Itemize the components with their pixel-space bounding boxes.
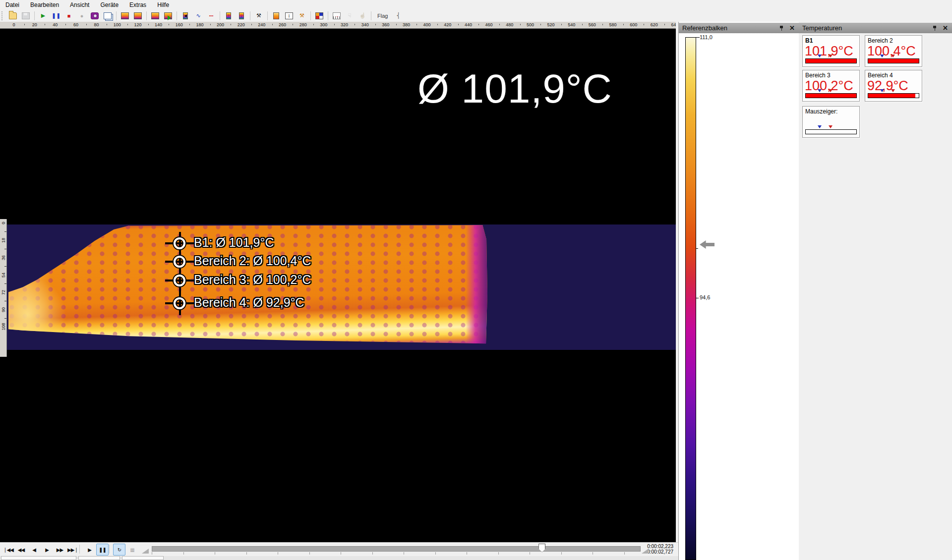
timeline-slider[interactable] (152, 546, 641, 552)
ruler-horizontal: 0204060801001201401601802002202402602803… (7, 22, 676, 29)
toolbar-grip[interactable] (1, 11, 5, 20)
profile-curves-icon[interactable]: ∿ (192, 10, 204, 21)
ruler-label: 90 (1, 307, 6, 313)
slider-tick (498, 552, 499, 555)
toolbar-separator (371, 11, 371, 20)
close-icon[interactable]: ✕ (789, 25, 795, 31)
toolbar-separator (146, 11, 147, 20)
low-alarm-marker-icon[interactable] (818, 55, 822, 59)
ruler-label: 100 (114, 22, 121, 27)
thermal-image-settings-icon[interactable] (119, 10, 131, 21)
ruler-minor-tick (189, 24, 190, 25)
play-icon[interactable]: ▶ (37, 10, 49, 21)
high-alarm-marker-icon[interactable] (891, 89, 895, 94)
ruler-minor-tick (458, 24, 459, 25)
low-alarm-marker-icon[interactable] (818, 125, 822, 130)
status-segment (78, 556, 120, 560)
temperature-bar-fill (868, 59, 919, 63)
ruler-label: 108 (1, 324, 6, 331)
measure-area-marker[interactable] (174, 297, 185, 309)
temperature-cell-bereich4[interactable]: Bereich 492,9°C (865, 70, 922, 102)
record-icon[interactable]: ● (76, 10, 88, 21)
measure-area-marker[interactable] (174, 237, 185, 249)
reference-color-scale[interactable] (685, 37, 696, 560)
thermal-image-copy-icon[interactable] (132, 10, 144, 21)
ruler-label: 580 (609, 22, 617, 27)
menu-item-geräte[interactable]: Geräte (95, 1, 124, 9)
ruler-label: 360 (382, 22, 389, 27)
device-setup-tools-icon[interactable]: ⚒ (253, 10, 265, 21)
menu-item-extras[interactable]: Extras (124, 1, 152, 9)
temperature-cell-bereich3[interactable]: Bereich 3100,2°C (802, 70, 860, 102)
slider-tick (435, 552, 436, 555)
loop-button[interactable]: ↻ (113, 544, 125, 556)
high-alarm-marker-icon[interactable] (829, 125, 833, 130)
menu-item-bearbeiten[interactable]: Bearbeiten (25, 1, 64, 9)
temperature-cell-bereich2[interactable]: Bereich 2100,4°C (865, 35, 922, 67)
low-alarm-marker-icon[interactable] (818, 89, 822, 94)
thermal-scan-band (7, 224, 676, 350)
measure-area-marker[interactable] (174, 275, 185, 286)
pin-icon[interactable] (932, 25, 938, 31)
isotherm-dots-icon[interactable]: ••• (205, 10, 217, 21)
ruler-label: 72 (1, 289, 6, 296)
palette-down-icon[interactable]: ↓ (236, 10, 247, 21)
measure-area-marker[interactable] (174, 256, 185, 268)
slider-tick (467, 552, 467, 555)
thermal-image-red-icon[interactable] (149, 10, 161, 21)
temperature-gradient-icon[interactable] (270, 10, 282, 21)
ruler-label: 160 (176, 22, 183, 27)
high-alarm-marker-icon[interactable] (891, 55, 895, 59)
ruler-minor-tick (251, 24, 252, 25)
pin-icon[interactable] (779, 25, 784, 31)
quad-view-icon[interactable] (313, 10, 325, 21)
temperature-cell-b1[interactable]: B1101,9°C (802, 35, 860, 67)
pause-button[interactable]: ❚❚ (96, 544, 109, 556)
thermal-image-canvas[interactable]: 01836547290108 Ø 101,9°C B1: Ø 101,9°CBe… (0, 29, 676, 542)
palette-up-icon[interactable]: ↑ (223, 10, 235, 21)
referenzbalken-title-bar[interactable]: Referenzbalken ✕ (679, 23, 799, 33)
slider-tick (530, 552, 530, 555)
ruler-label: 60 (73, 22, 78, 27)
go-first-button[interactable]: ❘◀◀ (2, 544, 14, 556)
step-forward-button[interactable]: ▶ (41, 544, 53, 556)
low-alarm-marker-icon[interactable] (880, 55, 884, 59)
hand-raise-icon: ☝ (357, 10, 368, 21)
low-alarm-marker-icon[interactable] (880, 89, 884, 94)
rewind-button[interactable]: ◀◀ (15, 544, 27, 556)
ruler-label: 20 (32, 22, 37, 27)
high-alarm-marker-icon[interactable] (829, 89, 833, 94)
temperature-range-icon[interactable]: ↕ (283, 10, 295, 21)
menu-item-ansicht[interactable]: Ansicht (64, 1, 95, 9)
ruler-minor-tick (231, 24, 231, 25)
flag-button[interactable]: Flag (374, 10, 391, 21)
stop-icon[interactable]: ■ (63, 10, 75, 21)
temperature-cell-mauszeiger[interactable]: Mauszeiger: (802, 106, 860, 138)
close-icon[interactable]: ✕ (943, 25, 948, 31)
temperature-bar-fill (868, 94, 915, 98)
ruler-label: 80 (94, 22, 99, 27)
toolbar-separator (310, 11, 311, 20)
brace-icon[interactable]: ⎨ (392, 10, 404, 21)
high-alarm-marker-icon[interactable] (829, 55, 833, 59)
toolbar-separator (220, 11, 220, 20)
thermal-image-export-icon[interactable] (162, 10, 174, 21)
temperaturen-title-bar[interactable]: Temperaturen ✕ (799, 23, 952, 33)
measure-ruler-icon[interactable]: → (331, 10, 343, 21)
menu-item-datei[interactable]: Datei (0, 1, 25, 9)
fast-forward-button[interactable]: ▶▶ (54, 544, 66, 556)
palette-pick-icon[interactable]: ◄ (179, 10, 191, 21)
color-setup-tools-icon[interactable]: ⚒ (296, 10, 308, 21)
play-button[interactable]: ▶ (83, 544, 96, 556)
open-file-icon[interactable] (7, 10, 19, 21)
snapshot-camera-icon[interactable] (89, 10, 101, 21)
ruler-minor-tick (86, 24, 87, 25)
copy-icon[interactable] (102, 10, 114, 21)
ruler-minor-tick (499, 24, 500, 25)
menu-item-hilfe[interactable]: Hilfe (152, 1, 175, 9)
go-last-button[interactable]: ▶▶❘ (66, 544, 79, 556)
step-back-button[interactable]: ◀ (28, 544, 40, 556)
ruler-minor-tick (478, 24, 479, 25)
temperature-cell-label: B1 (805, 37, 813, 44)
pause-icon[interactable]: ❚❚ (50, 10, 62, 21)
